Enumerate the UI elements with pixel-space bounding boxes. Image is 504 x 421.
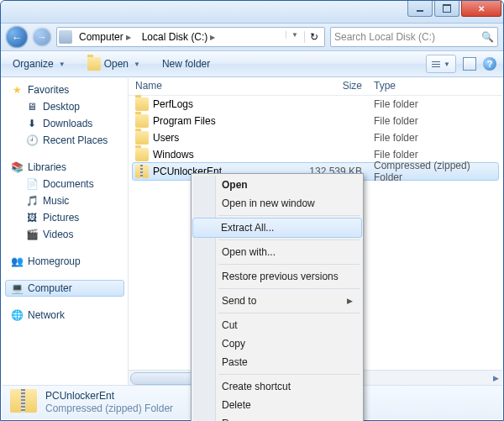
- nav-forward-button[interactable]: →: [33, 28, 51, 46]
- pictures-icon: 🖼: [25, 211, 39, 224]
- homegroup-icon: 👥: [10, 255, 24, 268]
- menu-cut[interactable]: Cut: [193, 316, 361, 334]
- minimize-button[interactable]: [407, 1, 433, 17]
- menu-rename[interactable]: Rename: [193, 414, 361, 421]
- nav-pane: ★Favorites 🖥Desktop ⬇Downloads 🕘Recent P…: [2, 76, 129, 385]
- search-placeholder: Search Local Disk (C:): [334, 31, 435, 43]
- col-type[interactable]: Type: [374, 80, 502, 92]
- new-folder-button[interactable]: New folder: [157, 55, 215, 72]
- recent-icon: 🕘: [25, 134, 39, 147]
- file-type: Compressed (zipped) Folder: [374, 160, 498, 183]
- nav-back-button[interactable]: ←: [6, 26, 28, 48]
- sidebar-libraries[interactable]: 📚Libraries: [2, 159, 128, 176]
- col-name[interactable]: Name: [135, 80, 295, 92]
- open-button[interactable]: Open▼: [82, 55, 145, 73]
- titlebar[interactable]: ✕: [1, 1, 503, 24]
- breadcrumb-computer[interactable]: Computer▶: [74, 28, 137, 46]
- search-icon: 🔍: [481, 31, 494, 43]
- file-name: PerfLogs: [153, 98, 193, 110]
- menu-paste[interactable]: Paste: [193, 353, 361, 371]
- zip-icon: [10, 389, 37, 413]
- sidebar-item-pictures[interactable]: 🖼Pictures: [2, 209, 128, 226]
- sidebar-item-music[interactable]: 🎵Music: [2, 192, 128, 209]
- file-type: File folder: [374, 132, 502, 144]
- file-row[interactable]: PerfLogsFile folder: [129, 96, 502, 113]
- zip-icon: [135, 165, 149, 178]
- sidebar-item-videos[interactable]: 🎬Videos: [2, 226, 128, 243]
- sidebar-item-downloads[interactable]: ⬇Downloads: [2, 115, 128, 132]
- sidebar-item-recent[interactable]: 🕘Recent Places: [2, 132, 128, 149]
- details-type: Compressed (zipped) Folder: [45, 403, 173, 415]
- menu-open-new-window[interactable]: Open in new window: [193, 194, 361, 213]
- close-button[interactable]: ✕: [461, 1, 501, 17]
- folder-icon: [135, 114, 149, 128]
- computer-icon: 💻: [10, 282, 24, 295]
- column-headers[interactable]: Name Size Type: [129, 76, 502, 96]
- menu-extract-all[interactable]: Extract All...: [192, 218, 362, 238]
- details-icon: [10, 389, 37, 416]
- details-name: PCUnlockerEnt: [45, 390, 173, 403]
- address-dropdown[interactable]: ▼: [286, 31, 304, 39]
- file-name: Windows: [153, 149, 194, 161]
- menu-delete[interactable]: Delete: [193, 396, 361, 414]
- preview-pane-button[interactable]: [463, 57, 476, 71]
- sidebar-homegroup[interactable]: 👥Homegroup: [2, 253, 128, 270]
- downloads-icon: ⬇: [25, 117, 39, 130]
- address-bar[interactable]: Computer▶ Local Disk (C:)▶ ▼ ↻: [56, 27, 325, 47]
- help-icon[interactable]: ?: [483, 57, 496, 71]
- file-row[interactable]: UsersFile folder: [129, 129, 502, 146]
- file-name: Program Files: [153, 115, 216, 127]
- sidebar-item-desktop[interactable]: 🖥Desktop: [2, 98, 128, 115]
- sidebar-network[interactable]: 🌐Network: [2, 307, 128, 324]
- sidebar-item-documents[interactable]: 📄Documents: [2, 176, 128, 192]
- organize-button[interactable]: Organize▼: [8, 55, 71, 72]
- menu-restore-versions[interactable]: Restore previous versions: [193, 267, 361, 286]
- explorer-window: ✕ ← → Computer▶ Local Disk (C:)▶ ▼ ↻ Sea…: [0, 0, 504, 421]
- file-type: File folder: [374, 98, 502, 110]
- folder-icon: [135, 97, 149, 111]
- scroll-right-icon[interactable]: ▶: [489, 371, 502, 384]
- menu-create-shortcut[interactable]: Create shortcut: [193, 377, 361, 396]
- col-size[interactable]: Size: [295, 80, 374, 92]
- folder-icon: [135, 148, 149, 161]
- folder-icon: [87, 57, 101, 71]
- menu-open-with[interactable]: Open with...: [193, 243, 361, 261]
- desktop-icon: 🖥: [25, 100, 39, 113]
- view-button[interactable]: ▼: [426, 55, 456, 73]
- menu-open[interactable]: Open: [193, 176, 361, 194]
- libraries-icon: 📚: [10, 161, 24, 174]
- menu-copy[interactable]: Copy: [193, 334, 361, 353]
- videos-icon: 🎬: [25, 228, 39, 241]
- file-row[interactable]: Program FilesFile folder: [129, 113, 502, 129]
- menu-send-to[interactable]: Send to▶: [193, 292, 361, 310]
- address-refresh[interactable]: ↻: [304, 31, 324, 43]
- submenu-arrow-icon: ▶: [347, 297, 353, 305]
- folder-icon: [135, 131, 149, 145]
- context-menu: Open Open in new window Extract All... O…: [191, 173, 364, 421]
- file-type: File folder: [374, 149, 502, 161]
- file-name: Users: [153, 132, 179, 144]
- sidebar-favorites[interactable]: ★Favorites: [2, 82, 128, 98]
- breadcrumb-drive[interactable]: Local Disk (C:)▶: [137, 28, 222, 46]
- search-input[interactable]: Search Local Disk (C:) 🔍: [330, 27, 498, 47]
- address-row: ← → Computer▶ Local Disk (C:)▶ ▼ ↻ Searc…: [1, 24, 503, 51]
- star-icon: ★: [10, 83, 24, 97]
- toolbar: Organize▼ Open▼ New folder ▼ ?: [1, 51, 503, 77]
- network-icon: 🌐: [10, 308, 24, 322]
- documents-icon: 📄: [25, 177, 39, 191]
- music-icon: 🎵: [25, 194, 39, 208]
- file-type: File folder: [374, 115, 502, 127]
- maximize-button[interactable]: [434, 1, 459, 17]
- drive-icon: [59, 30, 72, 44]
- sidebar-computer[interactable]: 💻Computer: [5, 280, 124, 297]
